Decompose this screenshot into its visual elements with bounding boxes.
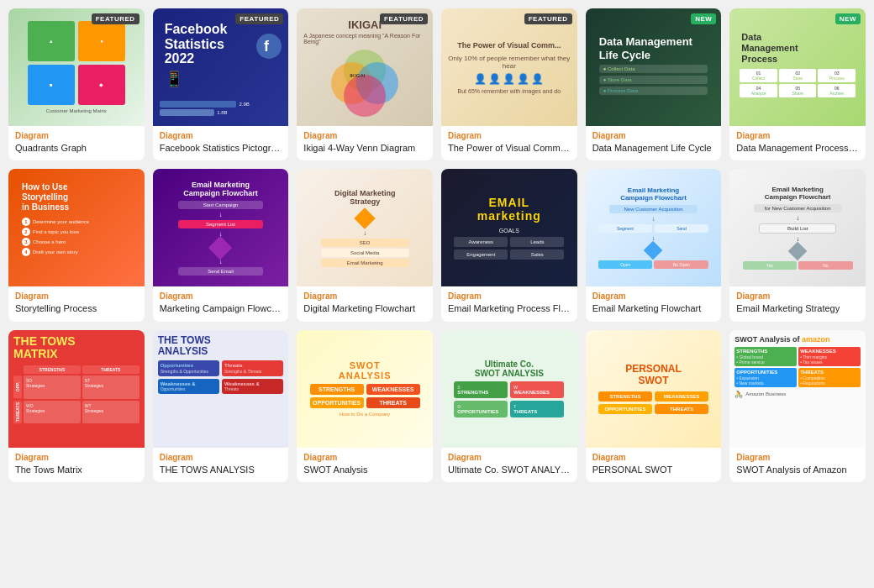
card-info: Diagram Email Marketing Flowchart bbox=[586, 286, 722, 321]
venn-diagram: IKIGAI bbox=[331, 50, 398, 117]
ems-title: Email MarketingCampaign Flowchart bbox=[765, 186, 831, 201]
card-data-lifecycle[interactable]: NEW Data ManagementLife Cycle ● Collect … bbox=[586, 8, 722, 160]
swot-grid: STRENGTHS WEAKNESSES OPPORTUNITIES THREA… bbox=[310, 384, 420, 408]
ikigai-title: IKIGAI bbox=[348, 18, 382, 31]
card-quadrants-graph[interactable]: FEATURED ▲ ● ■ ◆ Customer Marketing Ma bbox=[8, 8, 145, 160]
dmp-grid: 01Collect 02Store 03Process 04Analyze 05… bbox=[736, 69, 859, 97]
card-swot-ultimate[interactable]: Ultimate Co.SWOT ANALYSIS SSTRENGTHS WWE… bbox=[441, 330, 577, 482]
fb-logo: f bbox=[256, 34, 282, 62]
card-title: Ultimate Co. SWOT ANALYSIS bbox=[448, 464, 571, 475]
emf-title: Email MarketingCampaign Flowchart bbox=[620, 186, 687, 202]
fb-stats-content: FacebookStatistics2022 📱 bbox=[160, 22, 233, 88]
card-category: Diagram bbox=[303, 131, 426, 140]
card-marketing-flowchart[interactable]: Email MarketingCampaign Flowchart Start … bbox=[153, 169, 289, 321]
card-title: Email Marketing Process Flowc... bbox=[448, 302, 571, 314]
tows-matrix-grid: STRENGTHS THREATS OPP. SOStrategies STSt… bbox=[13, 365, 140, 423]
card-category: Diagram bbox=[592, 291, 715, 301]
card-title: The Tows Matrix bbox=[15, 464, 138, 475]
card-swot-analysis[interactable]: SWOTANALYSIS STRENGTHS WEAKNESSES OPPORT… bbox=[297, 330, 433, 482]
card-title: SWOT Analysis of Amazon bbox=[736, 464, 859, 475]
quad-cell: ◆ bbox=[78, 65, 125, 105]
tows-matrix-title: THE TOWSMATRIX bbox=[13, 335, 76, 361]
card-category: Diagram bbox=[15, 453, 138, 462]
card-email-strategy[interactable]: Email MarketingCampaign Flowchart for Ne… bbox=[729, 169, 866, 321]
card-info: Diagram THE TOWS ANALYSIS bbox=[153, 448, 289, 482]
card-email-process[interactable]: EMAILmarketing GOALS Awareness Leads Eng… bbox=[441, 169, 577, 321]
dm-title: Digital MarketingStrategy bbox=[334, 189, 396, 206]
tows-analysis-title: THE TOWSANALYSIS bbox=[158, 335, 211, 357]
visual-stat2: But 65% remember with images and do bbox=[458, 88, 561, 94]
card-tows-analysis[interactable]: THE TOWSANALYSIS Opportunities Strengths… bbox=[153, 330, 289, 482]
card-tows-matrix[interactable]: THE TOWSMATRIX STRENGTHS THREATS OPP. SO… bbox=[8, 330, 145, 482]
ikigai-center: IKIGAI bbox=[350, 73, 365, 78]
card-category: Diagram bbox=[736, 131, 859, 140]
story-steps: 1 Determine your audience 2 Find a topic… bbox=[22, 218, 131, 256]
dmlc-title: Data ManagementLife Cycle bbox=[592, 15, 699, 65]
card-visual-comm[interactable]: FEATURED The Power of Visual Comm... Onl… bbox=[441, 8, 577, 160]
card-category: Diagram bbox=[15, 131, 138, 140]
card-info: Diagram SWOT Analysis of Amazon bbox=[729, 448, 866, 482]
card-title: Digital Marketing Flowchart bbox=[303, 302, 426, 314]
fb-title: FacebookStatistics2022 bbox=[165, 22, 228, 66]
card-category: Diagram bbox=[448, 131, 571, 140]
ikigai-sub: A Japanese concept meaning "A Reason For… bbox=[303, 33, 426, 45]
personal-swot-grid: STRENGTHS WEAKNESSES OPPORTUNITIES THREA… bbox=[598, 391, 708, 414]
card-info: Diagram Quadrants Graph bbox=[8, 126, 145, 160]
card-title: PERSONAL SWOT bbox=[592, 464, 715, 475]
swot-subtitle: How to Do a Company bbox=[340, 412, 390, 417]
story-title: How to UseStorytellingin Business bbox=[22, 182, 131, 213]
quad-cell: ■ bbox=[28, 65, 75, 105]
personal-swot-title: PERSONALSWOT bbox=[625, 363, 682, 386]
amazon-swot-grid: STRENGTHS • Global brand • Prime service… bbox=[734, 347, 861, 387]
card-amazon-swot[interactable]: SWOT Analysis of amazon STRENGTHS • Glob… bbox=[729, 330, 866, 482]
card-info: Diagram Storytelling Process bbox=[8, 286, 145, 321]
card-title: Facebook Statistics Pictogram bbox=[160, 142, 282, 154]
visual-stat: Only 10% of people remember what they he… bbox=[448, 55, 571, 70]
card-category: Diagram bbox=[15, 291, 138, 301]
card-title: Data Management Life Cycle bbox=[592, 142, 715, 154]
card-title: Data Management Process Time... bbox=[736, 142, 859, 154]
people-icons: 👤 👤 👤 👤 👤 bbox=[474, 73, 544, 85]
card-info: Diagram PERSONAL SWOT bbox=[586, 448, 722, 482]
card-info: Diagram Ikigai 4-Way Venn Diagram bbox=[297, 126, 433, 160]
card-info: Diagram SWOT Analysis bbox=[297, 448, 433, 482]
dmlc-steps: ● Collect Data ● Store Data ● Process Da… bbox=[592, 65, 715, 95]
emf-flow: New Customer Acquisition ↓ Segment Send … bbox=[598, 205, 708, 269]
card-email-flowchart[interactable]: Email MarketingCampaign Flowchart New Cu… bbox=[586, 169, 722, 321]
card-title: Quadrants Graph bbox=[15, 142, 138, 154]
swot-ult-grid: SSTRENGTHS WWEAKNESSES OOPPORTUNITIES TT… bbox=[454, 381, 564, 417]
card-info: Diagram Email Marketing Strategy bbox=[729, 286, 866, 321]
badge-new: NEW bbox=[835, 13, 861, 24]
fb-icon: 📱 bbox=[165, 70, 228, 88]
quadrant-grid: ▲ ● ■ ◆ bbox=[28, 21, 126, 104]
card-title: Ikigai 4-Way Venn Diagram bbox=[303, 142, 426, 154]
card-data-process[interactable]: NEW DataManagementProcess 01Collect 02St… bbox=[729, 8, 866, 160]
em-sub: GOALS bbox=[499, 228, 519, 234]
badge-featured: FEATURED bbox=[92, 13, 140, 24]
card-ikigai[interactable]: FEATURED IKIGAI A Japanese concept meani… bbox=[297, 8, 433, 160]
card-info: Diagram Data Management Process Time... bbox=[729, 126, 866, 160]
badge-featured: FEATURED bbox=[524, 13, 572, 24]
card-category: Diagram bbox=[592, 453, 715, 462]
fb-bars: 2.9B 1.8B bbox=[160, 99, 282, 118]
visual-title: The Power of Visual Comm... bbox=[457, 41, 561, 50]
card-info: Diagram Marketing Campaign Flowchart bbox=[153, 286, 289, 321]
svg-point-0 bbox=[256, 34, 282, 59]
card-facebook-stats[interactable]: FEATURED FacebookStatistics2022 📱 f 2.9B bbox=[153, 8, 289, 160]
ems-flow: for New Customer Acquisition ↓ Build Lis… bbox=[743, 204, 853, 270]
card-title: Email Marketing Strategy bbox=[736, 302, 859, 314]
card-category: Diagram bbox=[592, 131, 715, 140]
svg-text:f: f bbox=[264, 38, 270, 55]
card-info: Diagram Ultimate Co. SWOT ANALYSIS bbox=[441, 448, 577, 482]
card-personal-swot[interactable]: PERSONALSWOT STRENGTHS WEAKNESSES OPPORT… bbox=[586, 330, 722, 482]
card-category: Diagram bbox=[303, 291, 426, 301]
story-content: How to UseStorytellingin Business 1 Dete… bbox=[15, 176, 138, 265]
card-info: Diagram Facebook Statistics Pictogram bbox=[153, 126, 289, 160]
card-info: Diagram The Power of Visual Communica... bbox=[441, 126, 577, 160]
swot-ult-title: Ultimate Co.SWOT ANALYSIS bbox=[475, 360, 544, 378]
card-category: Diagram bbox=[448, 453, 571, 462]
card-digital-marketing[interactable]: Digital MarketingStrategy ↓ SEO Social M… bbox=[297, 169, 433, 321]
card-storytelling[interactable]: How to UseStorytellingin Business 1 Dete… bbox=[8, 169, 145, 321]
mkt-title: Email MarketingCampaign Flowchart bbox=[183, 181, 258, 197]
card-category: Diagram bbox=[736, 453, 859, 462]
